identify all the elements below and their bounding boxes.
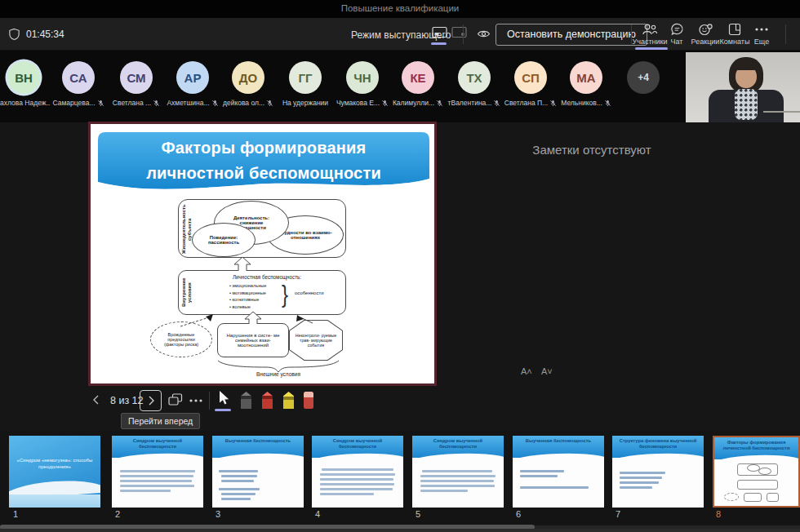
mic-muted-icon [211,100,219,107]
diagram-bullet: • мотивационные [229,290,266,297]
thumb-number: 3 [216,509,220,519]
next-slide-button[interactable] [140,390,162,411]
participant-name: Мельников... [561,99,602,107]
slide-thumbnail-4[interactable]: Синдром выученной беспомощности [312,436,403,508]
slide-thumbnail-5[interactable]: Синдром выученной беспомощности [412,436,504,508]
thumb-number: 4 [315,509,320,519]
diagram-innate-ellipse: Врожденные предпосылки (факторы риска) [150,321,212,357]
pager-more-options-button[interactable] [189,398,203,403]
participant-tile[interactable]: СП Светлана П... [504,61,558,107]
participant-overflow-tile[interactable]: +4 [616,61,670,94]
avatar: АР [176,61,209,94]
thumb-text-line [520,470,564,472]
participant-tile[interactable]: КЕ Калимулли... [391,61,445,107]
thumb-text-line [320,493,374,495]
thumb-text-line [120,470,195,472]
pointer-tool-button[interactable] [217,390,229,406]
thumb-number: 7 [616,509,620,519]
diagram-brace-glyph: } [282,280,288,308]
attendee-view-eye-icon[interactable] [477,28,491,40]
mic-muted-icon [97,100,104,107]
diagram-events-octagon: Неконтроли- руемые трав- мирующие событи… [289,320,343,361]
slide-thumbnail-8-active[interactable]: Факторы формирования личностной беспомощ… [713,436,800,508]
thumb-title: Выученная беспомощность [216,438,300,444]
thumb-diagram-octagon [767,493,779,502]
chat-button[interactable]: Чат [663,23,691,46]
thumb-text-line [120,475,193,477]
thumb-text-line [420,485,495,487]
participant-tile[interactable]: ВН Вахлова Надеж... [0,61,51,107]
participant-tile[interactable]: АР Ахметшина... [166,61,220,107]
thumb-number: 5 [416,509,420,519]
mic-muted-icon [153,100,160,107]
participant-tile[interactable]: ДО дейкова ол... [221,61,275,107]
participant-name: На удержании [282,99,328,107]
presenter-layout-alt-icon[interactable] [451,26,467,38]
thumb-text-line [620,486,652,489]
diagram-inner-conditions-label: Внутренние условия [181,273,193,312]
diagram-events-text: Неконтроли- руемые трав- мирующие событи… [290,321,342,360]
participant-tile[interactable]: ТХ тВалентина... [447,61,501,107]
diagram-helplessness-box: Внутренние условия Личностная беспомощно… [178,270,346,315]
thumb-text-line [120,480,192,482]
participant-tile[interactable]: СА Самарцева... [51,61,105,107]
thumb-diagram-ellipse [758,468,771,475]
avatar: ДО [232,61,264,94]
thumb-text-line [420,490,468,492]
thumb-diagram-box [737,480,778,490]
participant-tile[interactable]: ЧН Чумакова Е... [336,61,389,107]
thumb-text-line [221,475,257,477]
thumb-text-line [320,473,395,476]
thumb-number: 1 [13,509,18,519]
stop-sharing-button[interactable]: Остановить демонстрацию [496,24,647,46]
avatar: ЧН [346,61,379,94]
thumb-text-line [520,475,558,477]
diagram-bullet: • волевые [229,304,266,311]
thumb-text-line [322,468,393,471]
chat-label: Чат [663,38,691,46]
participant-name: дейкова ол... [223,99,264,107]
participant-name: Ахметшина... [167,99,209,107]
avatar: СА [62,61,95,94]
mic-muted-icon [381,100,389,107]
toolbar-divider [463,24,464,44]
rooms-icon [728,23,741,36]
thumb-text-line [620,477,662,479]
slide-thumbnail-2[interactable]: Синдром выученной беспомощности [112,436,203,508]
diagram-external-conditions-label: Внешние условия [213,371,344,377]
thumb-number-active: 8 [716,509,721,519]
toolbar-divider [785,24,786,44]
participant-tile[interactable]: ГГ На удержании [278,61,332,107]
mic-muted-icon [266,100,273,107]
slide-thumbnail-1[interactable]: «Синдром «немогузна»: способы преодолени… [9,436,100,508]
avatar: СМ [120,61,153,94]
slide-header: Факторы формирования личностной беспомощ… [98,130,429,195]
slide-thumbnail-7[interactable]: Структура феномена выученной беспомощнос… [612,436,704,508]
thumb-text-line [221,498,251,500]
notes-font-decrease-button[interactable]: A˅ [541,366,553,376]
participant-tile[interactable]: МА Мельников... [559,61,613,107]
thumb-diagram-ellipse [724,493,739,501]
participant-tile[interactable]: СМ Светлана ... [109,61,163,107]
notes-font-increase-button[interactable]: A˄ [521,366,532,376]
mic-muted-icon [493,100,500,107]
mic-muted-icon [436,100,443,107]
webcam-background-line [763,111,800,113]
participant-name: Чумакова Е... [336,99,380,107]
thumb-text-line [221,480,254,482]
slide-thumbnail-3[interactable]: Выученная беспомощность [212,436,304,508]
slide-thumbnail-6[interactable]: Выученная беспомощность [513,436,604,508]
more-button[interactable]: Еще [746,23,777,46]
presenter-webcam[interactable] [686,52,800,122]
notes-empty-text: Заметки отсутствуют [490,143,694,157]
previous-slide-button[interactable] [91,394,101,406]
presenter-layout-icon[interactable] [432,26,447,38]
slide-grid-view-button[interactable] [168,393,183,406]
overflow-count-badge: +4 [627,61,660,94]
thumb-title: Структура феномена выученной беспомощнос… [616,438,700,450]
more-label: Еще [746,38,777,46]
diagram-bullet: • когнитивные [229,296,266,304]
eraser-tool[interactable] [304,392,313,409]
thumb-number: 6 [516,509,521,519]
thumb-title: Синдром выученной беспомощности [416,438,500,450]
